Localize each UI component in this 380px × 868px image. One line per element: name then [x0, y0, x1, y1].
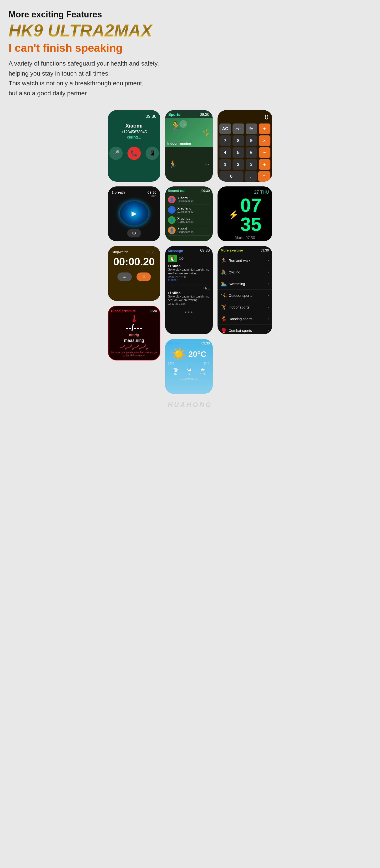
ex-item-swimming[interactable]: 🏊 Swimming ›	[218, 278, 272, 290]
ex-label-combat: Combat sports	[229, 329, 252, 333]
msg-title: Message	[168, 249, 183, 253]
w-title: Weather	[168, 341, 181, 345]
breath-settings-button[interactable]: ⚙	[127, 229, 141, 238]
rc-item-0: 👤 Xiaomi 12345667890	[168, 194, 210, 205]
breath-duration: 3min	[150, 194, 156, 198]
ex-item-cycling[interactable]: 🚴 Cycling ›	[218, 266, 272, 278]
w-rain-item: 🌧 15%	[200, 367, 205, 376]
mic-button[interactable]: 🎤	[109, 147, 123, 160]
calc-ac[interactable]: AC	[219, 123, 231, 134]
calc-percent[interactable]: %	[246, 123, 257, 134]
calc-5[interactable]: 5	[232, 147, 244, 158]
cycling-icon: 🚴	[221, 269, 227, 275]
calc-0[interactable]: 0	[219, 171, 244, 182]
chevron-right-icon: ›	[267, 258, 269, 262]
calc-display: 0	[219, 113, 271, 123]
rc-name-0: Xiaomi	[178, 196, 193, 200]
calc-dot[interactable]: .	[245, 171, 257, 182]
clock-screen: 27 THU ⚡ 07 35 Alarm 07:50	[218, 186, 272, 241]
msg-text-1: Go to play badminton tonight, no seeSan,…	[168, 295, 210, 302]
ex-item-run[interactable]: 🏃 Run and walk ›	[218, 255, 272, 266]
clock-minute: 35	[241, 215, 262, 234]
msg-sender-1: Li Silian	[168, 291, 210, 295]
sw-pause-button[interactable]: ⏸	[136, 273, 151, 281]
bp-value: --/---	[126, 323, 142, 333]
w-time: 09:30	[201, 341, 210, 345]
bp-footer: for more data please scan the code and g…	[111, 351, 157, 357]
rc-num-2: 12345667890	[178, 220, 193, 223]
sw-buttons: ≡ ⏸	[118, 273, 151, 281]
rc-num-0: 12345667890	[178, 200, 193, 203]
sports-header: Sports 09:30	[165, 110, 213, 118]
rc-info-0: Xiaomi 12345667890	[178, 196, 193, 203]
calc-7[interactable]: 7	[219, 135, 231, 146]
breathing-screen: 1 breath 09:30 3min ▶ ⚙	[108, 186, 160, 241]
message-screen: Message 09:30 🐧 QQ Li Silian Go to play …	[165, 246, 213, 334]
thermometer-icon	[131, 314, 138, 322]
calc-minus[interactable]: −	[259, 147, 271, 158]
outdoor-icon: 🤸	[221, 292, 227, 298]
run-icon: 🏃	[221, 257, 227, 263]
description: A variety of functions safeguard your he…	[8, 59, 372, 98]
more-exciting-label: More exciting Features	[8, 9, 372, 20]
calc-plus[interactable]: +	[259, 159, 271, 170]
ex-item-combat[interactable]: 🥊 Combat sports ›	[218, 325, 272, 334]
rc-time: 09:30	[201, 189, 210, 193]
end-call-button[interactable]: 📞	[127, 147, 141, 160]
msg-app-name: QQ	[179, 257, 184, 260]
clock-time: ⚡ 07 35	[228, 196, 262, 234]
screens-container: 09:30 Xiaomi +12345678945 calling... 🎤 📞…	[8, 110, 372, 394]
rc-item-2: 👤 Xiaohua 12345667890	[168, 215, 210, 225]
msg-item-0: Li Silian Go to play badminton tonight, …	[168, 264, 210, 281]
rc-item-1: 👤 Xiaofang 12345667890	[168, 205, 210, 215]
desc-line1: A variety of functions safeguard your he…	[8, 60, 159, 67]
clock-date: 27 THU	[254, 190, 269, 195]
ex-item-indoor[interactable]: 🏋 Indoor sports ›	[218, 301, 272, 313]
rc-name-2: Xiaohua	[178, 217, 193, 220]
qq-icon: 🐧	[168, 255, 177, 262]
sport-second-more: ⋯	[204, 161, 210, 167]
calc-divide[interactable]: ÷	[259, 123, 271, 134]
calc-equals[interactable]: =	[258, 171, 271, 182]
weather-screen: Weather 09:30 ☀️ 20°C 24°C 30°C 💨 90 🌤 6	[165, 339, 213, 394]
msg-app-row: 🐧 QQ	[168, 255, 210, 262]
chevron-right-icon-4: ›	[267, 293, 269, 298]
ex-label-swimming: Swimming	[229, 282, 245, 286]
sports-screen: Sports 09:30 🏃 🤸 ⋯ Indoor running 🏃 ⋯	[165, 110, 213, 182]
w-header: Weather 09:30	[168, 341, 210, 345]
calc-6[interactable]: 6	[246, 147, 257, 158]
sports-title: Sports	[168, 113, 181, 117]
msg-item-1: Li Silian Go to play badminton tonight, …	[168, 291, 210, 305]
rc-title: Recent call	[168, 189, 186, 193]
sports-time: 09:30	[200, 113, 209, 117]
screen-button[interactable]: 📱	[146, 147, 159, 160]
ecg-wave	[111, 344, 157, 350]
rc-avatar-0: 👤	[168, 196, 176, 203]
rc-avatar-1: 👤	[168, 206, 176, 214]
msg-sender-0: Li Silian	[168, 264, 210, 268]
calc-3[interactable]: 3	[246, 159, 257, 170]
sw-menu-button[interactable]: ≡	[118, 273, 132, 281]
ex-item-dancing[interactable]: 💃 Dancing sports ›	[218, 313, 272, 325]
watermark: HUAHONG	[8, 401, 372, 409]
w-main: ☀️ 20°C	[168, 347, 210, 361]
calc-plusminus[interactable]: +/-	[232, 123, 244, 134]
phone-time: 09:30	[146, 114, 156, 119]
calculator-screen: 0 AC +/- % ÷ 7 8 9 × 4 5 6 − 1 2	[218, 110, 272, 182]
chevron-right-icon-3: ›	[267, 282, 269, 286]
ex-label-indoor: Indoor sports	[229, 305, 250, 309]
calc-2[interactable]: 2	[232, 159, 244, 170]
breath-circle[interactable]: ▶	[120, 201, 149, 225]
ex-item-outdoor[interactable]: 🤸 Outdoor sports ›	[218, 290, 272, 301]
stopwatch-screen: Stopwatch 09:30 00:00.20 ≡ ⏸	[108, 246, 160, 301]
svg-rect-2	[134, 316, 134, 320]
rc-avatar-3: 👤	[168, 226, 176, 234]
calc-1[interactable]: 1	[219, 159, 231, 170]
ex-label-run: Run and walk	[229, 258, 250, 262]
calc-8[interactable]: 8	[232, 135, 244, 146]
breath-time: 09:30	[148, 190, 157, 194]
calc-multiply[interactable]: ×	[259, 135, 271, 146]
calc-9[interactable]: 9	[246, 135, 257, 146]
calc-4[interactable]: 4	[219, 147, 231, 158]
ex-header: More exercise 09:30	[218, 246, 272, 255]
